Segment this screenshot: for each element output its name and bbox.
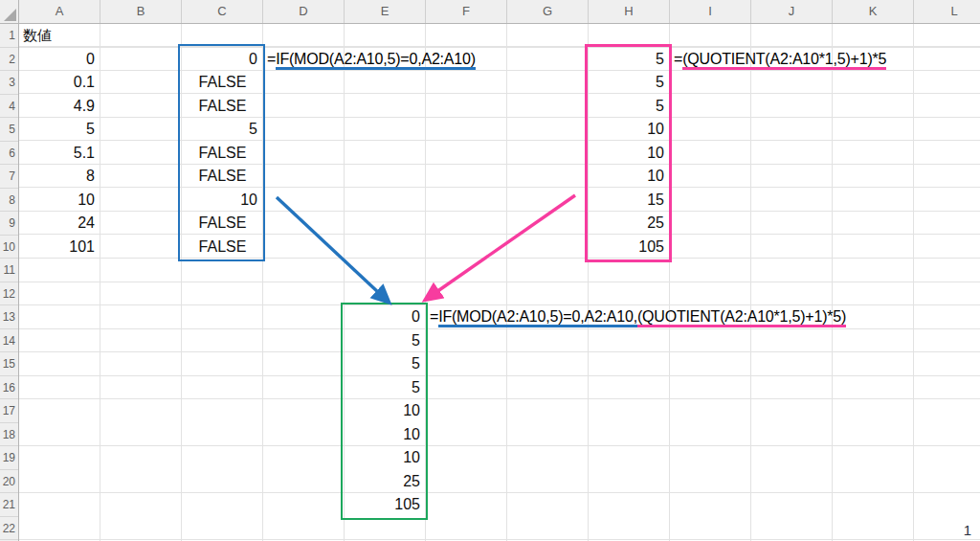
cell-c-result[interactable]: FALSE — [182, 71, 263, 95]
row-header[interactable]: 18 — [0, 423, 18, 447]
formula-quotient[interactable]: =(QUOTIENT(A2:A10*1,5)+1)*5 — [674, 48, 886, 72]
row-header[interactable]: 20 — [0, 470, 18, 494]
select-all-triangle-icon — [4, 9, 16, 21]
column-e-results: 055510101025105 — [345, 305, 426, 517]
select-all-corner[interactable] — [0, 0, 19, 24]
formula-quotient-equals: = — [674, 51, 682, 67]
formula-combined[interactable]: =IF(MOD(A2:A10,5)=0,A2:A10,(QUOTIENT(A2:… — [430, 305, 846, 329]
cell-e-result[interactable]: 10 — [345, 423, 426, 447]
cell-h-result[interactable]: 5 — [589, 71, 670, 95]
cell-h-result[interactable]: 10 — [589, 165, 670, 189]
column-header[interactable]: K — [833, 0, 914, 23]
cell-a-value[interactable]: 101 — [19, 236, 100, 259]
row-header[interactable]: 13 — [0, 305, 18, 329]
cell-c-result[interactable]: 0 — [182, 48, 263, 72]
cell-h-result[interactable]: 105 — [589, 236, 670, 259]
cell-h-result[interactable]: 5 — [589, 95, 670, 119]
cell-c-result[interactable]: FALSE — [182, 236, 263, 259]
cell-e-result[interactable]: 5 — [345, 376, 426, 400]
formula-mod-equals: = — [267, 51, 276, 67]
blue-arrow — [277, 197, 379, 293]
cell-a-value[interactable]: 4.9 — [19, 95, 100, 119]
cell-c-result[interactable]: FALSE — [182, 165, 263, 189]
column-header[interactable]: E — [345, 0, 426, 23]
row-header[interactable]: 6 — [0, 142, 18, 166]
row-header[interactable]: 21 — [0, 493, 18, 517]
column-header[interactable]: B — [100, 0, 182, 23]
row-header-column: 12345678910111213141516171819202122 — [0, 24, 19, 541]
cell-e-result[interactable]: 5 — [345, 329, 426, 353]
row-header[interactable]: 7 — [0, 165, 18, 189]
cell-a1-label[interactable]: 数値 — [23, 24, 52, 48]
row-header[interactable]: 19 — [0, 446, 18, 470]
cell-a-value[interactable]: 10 — [19, 189, 100, 213]
cell-e-result[interactable]: 10 — [345, 446, 426, 470]
cell-a-value[interactable]: 5.1 — [19, 142, 100, 166]
cell-e-result[interactable]: 5 — [345, 352, 426, 376]
spreadsheet-canvas: ABCDEFGHIJKL 123456789101112131415161718… — [0, 0, 980, 541]
cell-h-result[interactable]: 10 — [589, 118, 670, 142]
column-header[interactable]: G — [507, 0, 589, 23]
cell-a-value[interactable]: 5 — [19, 118, 100, 142]
cell-a-value[interactable]: 8 — [19, 165, 100, 189]
annotation-arrows — [0, 0, 980, 541]
column-header[interactable]: D — [263, 0, 345, 23]
row-header[interactable]: 1 — [0, 24, 18, 48]
cell-e-result[interactable]: 25 — [345, 470, 426, 494]
column-header[interactable]: J — [751, 0, 833, 23]
formula-mod-body: IF(MOD(A2:A10,5)=0,A2:A10) — [276, 51, 476, 70]
cell-h-result[interactable]: 5 — [589, 48, 670, 72]
row-header[interactable]: 11 — [0, 259, 18, 282]
row-header[interactable]: 17 — [0, 399, 18, 423]
column-c-results: 0FALSEFALSE5FALSEFALSE10FALSEFALSE — [182, 48, 263, 259]
cell-a-value[interactable]: 0.1 — [19, 71, 100, 95]
column-header[interactable]: C — [182, 0, 263, 23]
row-header[interactable]: 12 — [0, 282, 18, 306]
column-header-row: ABCDEFGHIJKL — [19, 0, 980, 24]
row-header[interactable]: 14 — [0, 329, 18, 353]
column-h-results: 5551010101525105 — [589, 48, 670, 259]
row-header[interactable]: 22 — [0, 517, 18, 541]
formula-quotient-body: (QUOTIENT(A2:A10*1,5)+1)*5 — [682, 51, 886, 70]
cell-c-result[interactable]: 10 — [182, 189, 263, 213]
row-header[interactable]: 5 — [0, 118, 18, 142]
cell-e-result[interactable]: 10 — [345, 399, 426, 423]
column-header[interactable]: L — [914, 0, 980, 23]
row-header[interactable]: 2 — [0, 48, 18, 72]
column-header[interactable]: A — [19, 0, 100, 23]
row-header[interactable]: 4 — [0, 95, 18, 119]
formula-combined-equals: = — [430, 308, 438, 325]
gridlines — [19, 24, 980, 541]
cell-h-result[interactable]: 15 — [589, 189, 670, 213]
cell-c-result[interactable]: 5 — [182, 118, 263, 142]
row-header[interactable]: 16 — [0, 376, 18, 400]
row-header[interactable]: 3 — [0, 71, 18, 95]
row-header[interactable]: 9 — [0, 212, 18, 236]
pink-arrow — [436, 195, 575, 292]
cell-e-result[interactable]: 0 — [345, 305, 426, 329]
cell-l22-value[interactable]: 1 — [914, 520, 971, 541]
row-header[interactable]: 8 — [0, 189, 18, 213]
cell-c-result[interactable]: FALSE — [182, 212, 263, 236]
cell-h-result[interactable]: 10 — [589, 142, 670, 166]
formula-mod[interactable]: =IF(MOD(A2:A10,5)=0,A2:A10) — [267, 48, 476, 72]
formula-combined-mod-part: IF(MOD(A2:A10,5)=0,A2:A10, — [438, 308, 637, 327]
cell-a-value[interactable]: 24 — [19, 212, 100, 236]
column-header[interactable]: I — [670, 0, 751, 23]
formula-combined-quotient-part: (QUOTIENT(A2:A10*1,5)+1)*5) — [637, 308, 846, 327]
column-header[interactable]: F — [426, 0, 507, 23]
cell-e-result[interactable]: 105 — [345, 493, 426, 517]
cell-c-result[interactable]: FALSE — [182, 142, 263, 166]
row-header[interactable]: 10 — [0, 236, 18, 259]
column-header[interactable]: H — [589, 0, 670, 23]
cell-h-result[interactable]: 25 — [589, 212, 670, 236]
cell-c-result[interactable]: FALSE — [182, 95, 263, 119]
row-header[interactable]: 15 — [0, 352, 18, 376]
column-a-values: 00.14.955.181024101 — [19, 48, 100, 259]
cell-a-value[interactable]: 0 — [19, 48, 100, 72]
